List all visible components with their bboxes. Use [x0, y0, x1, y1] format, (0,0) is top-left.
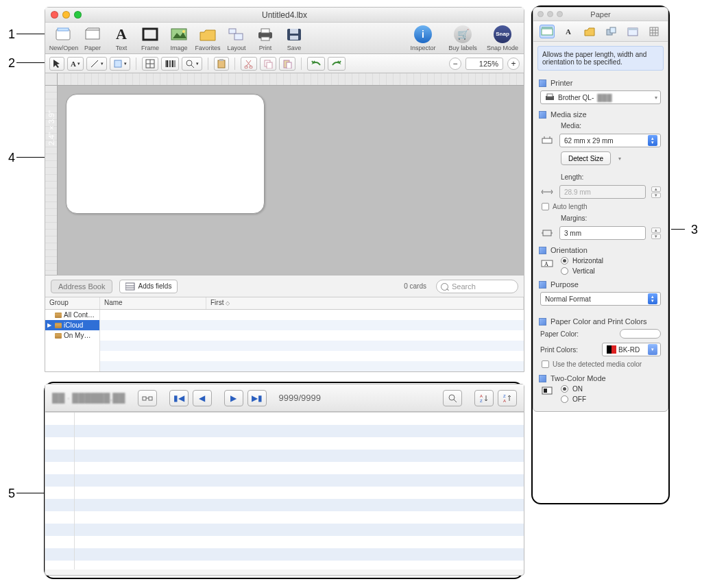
inspector-description: Allows the paper length, width and orien… — [537, 46, 664, 71]
printer-combo[interactable]: Brother QL-███ ▾ — [540, 90, 661, 104]
callout-5: 5 — [3, 487, 15, 501]
margins-spinner[interactable]: ▴▾ — [651, 228, 661, 239]
close-window-button[interactable] — [51, 11, 58, 19]
contacts-list[interactable] — [100, 310, 524, 371]
paper-button[interactable]: Paper — [78, 25, 107, 51]
pointer-tool[interactable] — [49, 57, 64, 71]
new-open-button[interactable]: New/Open — [49, 25, 78, 51]
svg-rect-7 — [229, 29, 236, 34]
callout-5-rule — [16, 493, 45, 493]
ruler-corner — [45, 73, 58, 86]
tab-paper[interactable] — [540, 25, 555, 38]
length-label: Length: — [561, 173, 583, 181]
datasheet-panel: ██ · ██████.██ ▮◀ ◀ ▶ ▶▮ 9999/9999 AZ ZA — [45, 384, 524, 576]
text-button[interactable]: A Text — [107, 25, 136, 51]
svg-rect-34 — [267, 62, 272, 69]
zoom-in-button[interactable]: + — [507, 58, 520, 70]
print-button[interactable]: Print — [251, 25, 280, 51]
print-colors-combo[interactable]: BK-RD ▾ — [602, 343, 661, 356]
svg-rect-10 — [261, 29, 269, 33]
canvas-area[interactable]: 2.4" × 3.9" — [45, 73, 524, 275]
titlebar: Untitled4.lbx — [45, 8, 524, 23]
detect-size-button[interactable]: Detect Size — [561, 151, 611, 165]
line-tool[interactable]: ▾ — [86, 57, 107, 71]
tab-text[interactable]: A — [561, 25, 576, 38]
two-color-on-radio[interactable] — [561, 385, 568, 393]
clipboard-tool[interactable] — [214, 57, 229, 71]
cut-button[interactable] — [241, 57, 257, 71]
table-tool[interactable] — [142, 57, 158, 71]
inspector-title: Paper — [533, 10, 668, 19]
last-record-button[interactable]: ▶▮ — [247, 390, 267, 406]
paper-color-swatch[interactable] — [620, 329, 661, 339]
orientation-horizontal-radio[interactable] — [561, 257, 568, 265]
tab-database[interactable] — [625, 25, 640, 38]
col-first[interactable]: First ◇ — [206, 297, 524, 309]
layout-icon — [228, 25, 245, 43]
length-input[interactable]: 28.9 mm — [559, 185, 646, 199]
length-spinner[interactable]: ▴▾ — [651, 186, 661, 198]
save-button[interactable]: Save — [280, 25, 308, 51]
zoom-level[interactable]: 125% — [465, 58, 503, 70]
datasheet-grid[interactable] — [45, 412, 524, 569]
window-title: Untitled4.lbx — [45, 10, 524, 20]
svg-rect-17 — [114, 60, 121, 67]
prev-record-button[interactable]: ◀ — [193, 390, 212, 406]
adds-fields-button[interactable]: Adds fields — [119, 280, 178, 293]
group-all-contacts[interactable]: All Cont… — [45, 310, 99, 320]
next-record-button[interactable]: ▶ — [224, 390, 243, 406]
sort-asc-button[interactable]: AZ — [474, 390, 494, 406]
svg-rect-11 — [261, 37, 269, 40]
callout-3-rule — [671, 229, 685, 230]
detected-media-color-checkbox[interactable] — [542, 360, 549, 368]
zoom-out-button[interactable]: − — [449, 58, 461, 70]
image-button[interactable]: Image — [165, 25, 193, 51]
copy-button[interactable] — [260, 57, 276, 71]
tab-layout[interactable] — [582, 25, 597, 38]
fields-icon — [125, 282, 135, 291]
print-icon — [256, 25, 274, 43]
shape-tool[interactable]: ▾ — [110, 57, 130, 71]
snap-mode-button[interactable]: Snap Snap Mode — [485, 25, 520, 51]
media-combo[interactable]: 62 mm x 29 mm▴▾ — [559, 134, 661, 147]
orientation-vertical-radio[interactable] — [561, 267, 568, 275]
tab-grid[interactable] — [646, 25, 662, 38]
link-fields-button[interactable] — [138, 390, 157, 406]
first-record-button[interactable]: ▮◀ — [169, 390, 189, 406]
two-color-off-radio[interactable] — [561, 395, 568, 403]
address-book-tab[interactable]: Address Book — [51, 280, 112, 293]
svg-marker-15 — [53, 60, 60, 68]
svg-text:A: A — [544, 261, 548, 267]
redo-button[interactable] — [328, 57, 346, 71]
margins-input[interactable]: 3 mm — [559, 226, 646, 240]
svg-rect-14 — [290, 36, 298, 40]
layout-button[interactable]: Layout — [222, 25, 251, 51]
inspector-tabs: A — [533, 21, 668, 42]
group-icloud[interactable]: ▶iCloud — [45, 320, 99, 330]
sort-desc-button[interactable]: ZA — [498, 390, 517, 406]
barcode-tool[interactable] — [161, 57, 179, 71]
purpose-combo[interactable]: Normal Format▴▾ — [540, 292, 661, 306]
col-name[interactable]: Name — [100, 297, 206, 309]
svg-text:A: A — [503, 399, 506, 403]
inspector-window: Paper A Allows the paper length, width a… — [533, 7, 668, 412]
paste-button[interactable] — [279, 57, 295, 71]
text-tool[interactable]: A▾ — [67, 57, 84, 71]
search-input[interactable]: Search — [436, 280, 518, 293]
favorites-icon — [199, 25, 217, 43]
tab-arrange[interactable] — [604, 25, 619, 38]
find-button[interactable] — [443, 390, 462, 406]
label-canvas[interactable] — [66, 94, 265, 214]
buy-labels-button[interactable]: 🛒 Buy labels — [446, 25, 480, 51]
zoom-tool[interactable]: ▾ — [182, 57, 202, 71]
zoom-window-button[interactable] — [74, 11, 82, 19]
inspector-button[interactable]: i Inspector — [406, 25, 440, 51]
undo-button[interactable] — [307, 57, 325, 71]
auto-length-checkbox[interactable] — [542, 203, 549, 210]
col-group[interactable]: Group — [45, 297, 100, 309]
favorites-button[interactable]: Favorites — [193, 25, 222, 51]
margins-label: Margins: — [561, 215, 587, 222]
minimize-window-button[interactable] — [62, 11, 70, 19]
frame-button[interactable]: Frame — [136, 25, 165, 51]
group-on-my[interactable]: On My… — [45, 330, 99, 341]
